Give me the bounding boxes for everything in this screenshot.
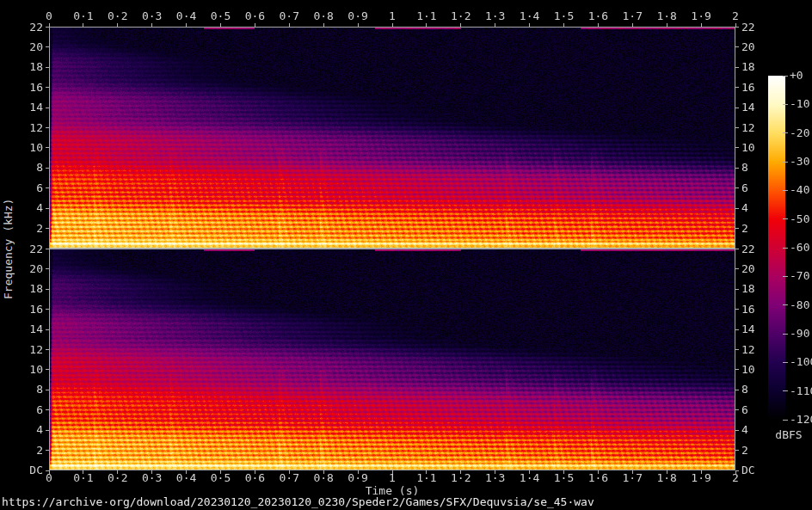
freq-tick: [46, 430, 49, 431]
freq-tick: [735, 369, 739, 370]
freq-tick-label: 22: [14, 243, 43, 255]
freq-tick-label: 20: [741, 263, 776, 275]
freq-tick: [735, 147, 739, 148]
colorbar-tick: [783, 304, 788, 305]
colorbar-tick-label: -40: [790, 184, 812, 196]
freq-tick: [46, 409, 49, 410]
freq-tick-label: 8: [14, 384, 43, 396]
freq-tick-label: 12: [741, 344, 776, 356]
freq-tick: [46, 349, 49, 350]
freq-tick-label: 10: [14, 142, 43, 154]
freq-tick-label: 8: [741, 384, 776, 396]
source-url: https://archive·org/download/20230120_20…: [2, 495, 594, 508]
freq-tick-label: 10: [741, 364, 776, 376]
axes-overlay: 000·10·10·20·20·30·30·40·40·50·50·60·60·…: [0, 0, 812, 510]
freq-tick-label: DC: [741, 464, 776, 476]
freq-tick: [46, 309, 49, 310]
freq-tick-label: 16: [741, 82, 776, 94]
colorbar-tick-label: -50: [790, 213, 812, 225]
freq-tick-label: 20: [741, 41, 776, 53]
colorbar-tick: [783, 76, 788, 77]
colorbar-tick-label: -110: [790, 385, 812, 397]
freq-tick: [46, 228, 49, 229]
freq-tick: [46, 187, 49, 188]
time-tick: [529, 23, 530, 27]
time-tick: [323, 23, 324, 27]
freq-tick: [46, 470, 49, 471]
freq-tick: [735, 390, 739, 390]
colorbar-tick-label: +0: [790, 70, 812, 82]
freq-tick: [735, 329, 739, 330]
freq-tick: [735, 249, 739, 249]
colorbar-tick-label: -30: [790, 156, 812, 168]
freq-tick: [46, 208, 49, 209]
freq-tick-label: 8: [14, 162, 43, 174]
freq-tick: [46, 87, 49, 88]
freq-tick-label: 14: [14, 323, 43, 335]
colorbar-tick-label: -80: [790, 299, 812, 311]
freq-tick-label: 22: [741, 243, 776, 255]
freq-tick-label: 18: [14, 61, 43, 73]
time-tick: [426, 23, 427, 27]
freq-tick-label: 4: [741, 202, 776, 214]
freq-tick-label: 14: [741, 323, 776, 335]
time-tick: [186, 23, 187, 27]
freq-tick-label: 16: [741, 304, 776, 316]
freq-tick: [735, 87, 739, 88]
freq-tick: [735, 349, 739, 350]
freq-tick-label: 4: [14, 202, 43, 214]
freq-tick-label: 16: [14, 82, 43, 94]
colorbar-tick: [783, 162, 788, 163]
colorbar-tick-label: -20: [790, 127, 812, 139]
freq-tick-label: 2: [741, 445, 776, 457]
freq-tick-label: 14: [741, 101, 776, 114]
freq-tick: [735, 46, 739, 47]
colorbar-tick-label: -60: [790, 242, 812, 254]
freq-tick: [735, 450, 739, 451]
time-tick: [220, 23, 221, 27]
time-tick: [358, 23, 359, 27]
freq-tick-label: 22: [741, 22, 776, 34]
freq-tick: [46, 46, 49, 47]
freq-tick-label: 18: [14, 283, 43, 295]
colorbar-tick-label: -10: [790, 98, 812, 110]
freq-tick: [46, 450, 49, 451]
freq-tick: [735, 187, 739, 188]
freq-tick-label: 10: [14, 364, 43, 376]
freq-tick: [46, 268, 49, 269]
freq-tick-label: 8: [741, 162, 776, 174]
colorbar-tick: [783, 104, 788, 105]
freq-tick-label: 2: [14, 445, 43, 457]
freq-tick-label: 2: [741, 223, 776, 235]
time-tick: [255, 23, 255, 27]
freq-tick: [46, 289, 49, 290]
time-tick: [392, 23, 393, 27]
freq-tick: [46, 127, 49, 128]
colorbar-tick: [783, 218, 788, 219]
freq-tick: [735, 127, 739, 128]
time-tick: [117, 23, 118, 27]
time-tick: [563, 23, 564, 27]
freq-tick: [46, 108, 49, 108]
colorbar-tick: [783, 248, 788, 249]
freq-tick: [46, 369, 49, 370]
spectrogram-window: Frequency (kHz) 000·10·10·20·20·30·30·40…: [0, 0, 812, 510]
freq-tick: [46, 147, 49, 148]
time-tick: [495, 23, 495, 27]
freq-tick: [46, 390, 49, 390]
freq-tick-label: 12: [741, 122, 776, 134]
freq-tick-label: 6: [741, 182, 776, 194]
freq-tick: [735, 430, 739, 431]
freq-tick-label: 6: [14, 404, 43, 416]
colorbar-tick-label: -70: [790, 270, 812, 282]
colorbar-tick: [783, 334, 788, 335]
freq-tick: [46, 329, 49, 330]
freq-tick-label: 16: [14, 304, 43, 316]
freq-tick-label: 20: [14, 41, 43, 53]
freq-tick: [735, 289, 739, 290]
freq-tick: [735, 309, 739, 310]
freq-tick: [735, 409, 739, 410]
freq-tick-label: 18: [741, 283, 776, 295]
colorbar-tick: [783, 420, 788, 421]
freq-tick: [735, 168, 739, 169]
